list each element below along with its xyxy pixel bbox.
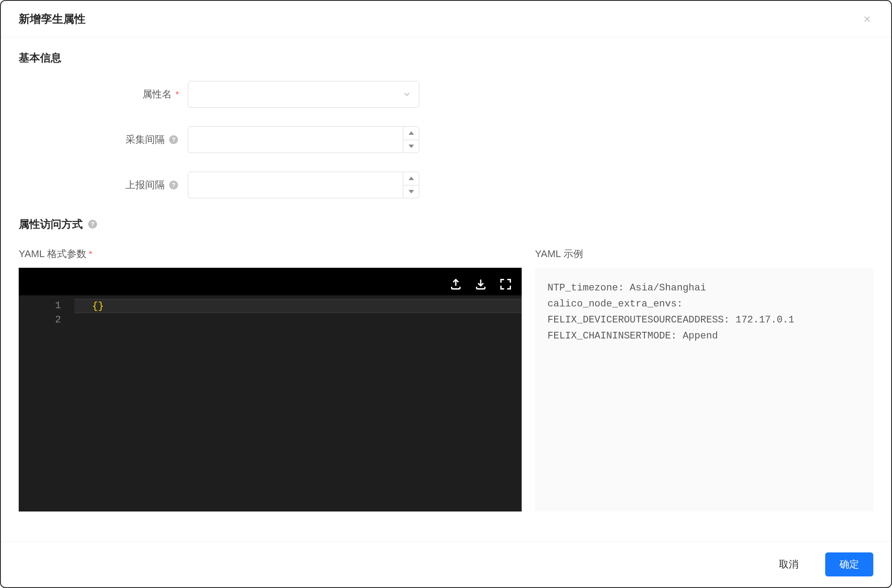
close-button[interactable] — [861, 13, 873, 25]
download-icon — [474, 278, 487, 290]
code-editor[interactable]: 1 2 {} — [19, 268, 522, 511]
property-name-label: 属性名 * — [19, 88, 188, 101]
modal-header: 新增孪生属性 — [1, 1, 891, 37]
download-button[interactable] — [474, 277, 488, 291]
report-interval-input-wrapper — [188, 172, 419, 198]
stepper-up-button[interactable] — [403, 172, 419, 185]
report-interval-stepper — [403, 172, 419, 198]
code-line-2 — [74, 313, 522, 327]
modal-footer: 取消 确定 — [1, 541, 891, 587]
property-name-row: 属性名 * — [19, 81, 873, 108]
modal-title: 新增孪生属性 — [19, 12, 85, 26]
stepper-down-button[interactable] — [403, 140, 419, 153]
upload-icon — [450, 278, 462, 290]
basic-info-title: 基本信息 — [19, 51, 873, 65]
svg-text:?: ? — [91, 221, 95, 228]
yaml-container: YAML 格式参数 * — [19, 247, 873, 511]
stepper-down-button[interactable] — [403, 185, 419, 198]
report-interval-label: 上报间隔 ? — [19, 178, 188, 192]
help-icon[interactable]: ? — [87, 219, 98, 230]
required-mark: * — [89, 249, 93, 259]
collect-interval-input[interactable] — [195, 127, 403, 153]
collect-interval-row: 采集间隔 ? — [19, 126, 873, 153]
svg-text:?: ? — [172, 181, 176, 189]
code-line-1: {} — [74, 299, 522, 313]
yaml-example-label: YAML 示例 — [535, 247, 873, 261]
access-method-title: 属性访问方式 ? — [19, 217, 873, 231]
svg-text:?: ? — [172, 136, 176, 143]
modal-dialog: 新增孪生属性 基本信息 属性名 * 采集间隔 ? — [0, 0, 892, 588]
cancel-button[interactable]: 取消 — [765, 552, 813, 576]
report-interval-row: 上报间隔 ? — [19, 172, 873, 198]
yaml-params-panel: YAML 格式参数 * — [19, 247, 522, 511]
code-lines: {} — [74, 295, 522, 511]
collect-interval-stepper — [403, 127, 419, 153]
yaml-params-label: YAML 格式参数 * — [19, 247, 522, 261]
property-name-select[interactable] — [188, 81, 419, 108]
help-icon[interactable]: ? — [168, 134, 179, 145]
yaml-example-panel: YAML 示例 NTP_timezone: Asia/Shanghai cali… — [535, 247, 873, 511]
chevron-down-icon — [402, 89, 412, 99]
collect-interval-label: 采集间隔 ? — [19, 133, 188, 146]
collect-interval-input-wrapper — [188, 126, 419, 153]
stepper-up-button[interactable] — [403, 127, 419, 140]
required-mark: * — [175, 89, 179, 100]
close-icon — [862, 14, 872, 24]
fullscreen-icon — [499, 278, 512, 290]
modal-body: 基本信息 属性名 * 采集间隔 ? — [1, 37, 891, 541]
yaml-example-content: NTP_timezone: Asia/Shanghai calico_node_… — [535, 268, 873, 511]
confirm-button[interactable]: 确定 — [825, 552, 873, 576]
upload-button[interactable] — [449, 277, 463, 291]
help-icon[interactable]: ? — [168, 180, 179, 190]
editor-toolbar — [19, 268, 522, 295]
fullscreen-button[interactable] — [499, 277, 513, 291]
report-interval-input[interactable] — [195, 172, 403, 198]
line-numbers: 1 2 — [19, 295, 74, 511]
editor-content[interactable]: 1 2 {} — [19, 295, 522, 511]
